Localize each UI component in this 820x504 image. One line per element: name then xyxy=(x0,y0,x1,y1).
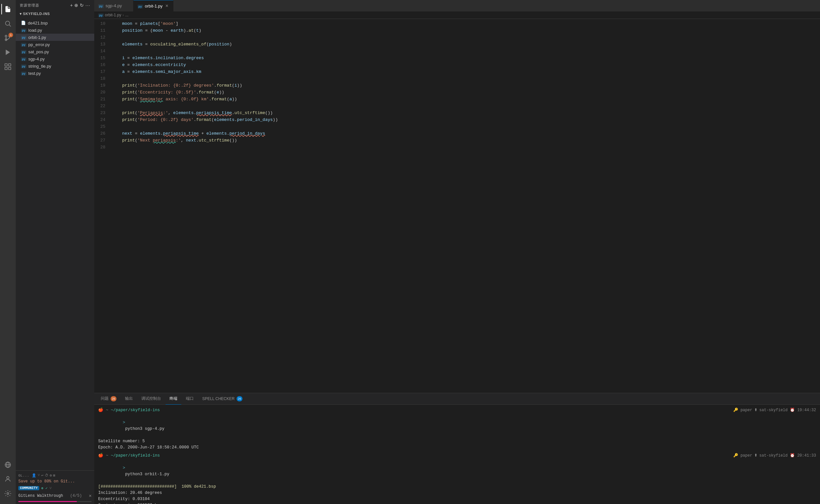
line-13: elements = osculating_elements_of(positi… xyxy=(111,41,820,48)
output-label: 输出 xyxy=(125,396,133,401)
line-28 xyxy=(111,144,820,151)
line-20: print('Eccentricity: {0:.5f}'.format(e)) xyxy=(111,89,820,96)
branch-icon[interactable]: ⑂ xyxy=(38,473,40,478)
file-string-tle[interactable]: py string_tle.py xyxy=(16,62,94,70)
svg-rect-8 xyxy=(5,67,7,70)
remote-icon[interactable] xyxy=(1,458,14,471)
panel-tab-output[interactable]: 输出 xyxy=(121,393,137,405)
sidebar-header-icons: + ⊕ ↻ ··· xyxy=(70,3,90,8)
run-icon[interactable] xyxy=(1,46,14,59)
file-sgp4[interactable]: py sgp-4.py xyxy=(16,55,94,62)
project-name[interactable]: ▾ SKYFIELD-INS xyxy=(16,10,94,19)
extensions-icon[interactable] xyxy=(1,60,14,73)
file-orbit1[interactable]: py orbit-1.py xyxy=(16,34,94,41)
term-session-2-header: 🍎 ~ ~/paper/skyfield-ins 🔑 paper ⚰ sat-s… xyxy=(98,453,816,459)
walkthrough-close[interactable]: ✕ xyxy=(89,493,92,498)
term-prompt-1: 🍎 ~ ~/paper/skyfield-ins xyxy=(98,407,160,413)
debug-label: 调试控制台 xyxy=(141,396,161,401)
gitlens-header[interactable]: GL... 👤 ⑂ ↩ ⏱ ⚙ ⊞ xyxy=(18,473,92,478)
more-icon[interactable]: ··· xyxy=(85,3,90,8)
refresh-icon[interactable]: ↻ xyxy=(80,3,84,8)
progress-bar xyxy=(18,501,77,502)
svg-point-0 xyxy=(6,21,10,25)
tab-orbit1[interactable]: py orbit-1.py ✕ xyxy=(133,0,173,11)
spellchecker-label: SPELL CHECKER xyxy=(202,396,235,401)
panel-tabs: 问题 26 输出 调试控制台 终端 端口 SPELL CHECKER 26 xyxy=(94,393,820,405)
panel-tab-debug[interactable]: 调试控制台 xyxy=(137,393,165,405)
file-pp-error[interactable]: py pp_error.py xyxy=(16,41,94,48)
term-out-2b: Inclination: 20.46 degrees xyxy=(98,490,816,496)
file-test[interactable]: py test.py xyxy=(16,70,94,77)
line-24: print('Period: {0:.2f} days'.format(elem… xyxy=(111,116,820,123)
tab-sgp4-pyicon: py xyxy=(98,3,104,8)
svg-point-11 xyxy=(7,477,9,479)
activity-bar: 1 xyxy=(0,0,16,504)
new-file-icon[interactable]: + xyxy=(70,3,73,8)
main-editor: py sgp-4.py py orbit-1.py ✕ py orbit-1.p… xyxy=(94,0,820,504)
term-out-2c: Eccentricity: 0.03104 xyxy=(98,496,816,502)
breadcrumb-file[interactable]: orbit-1.py xyxy=(105,13,121,17)
line-21: print('Semimajor axis: {0:.0f} km'.forma… xyxy=(111,96,820,103)
layout-icon[interactable]: ⊞ xyxy=(53,473,55,478)
tab-orbit1-close[interactable]: ✕ xyxy=(164,3,169,8)
panel-tab-ports[interactable]: 端口 xyxy=(182,393,197,405)
gitlens-community-row: COMMUNITY ⊕ ✓ ⑂ xyxy=(18,485,92,492)
walkthrough-title: GitLens Walkthrough xyxy=(18,494,63,498)
gitlens-save-text[interactable]: Save up to 80% on Git... xyxy=(18,478,92,485)
term-path-2: ~/paper/skyfield-ins xyxy=(111,453,160,458)
gitlens-icons: 👤 ⑂ ↩ ⏱ ⚙ ⊞ xyxy=(32,473,55,478)
file-sat-pos[interactable]: py sat_pos.py xyxy=(16,48,94,55)
terminal-content[interactable]: 🍎 ~ ~/paper/skyfield-ins 🔑 paper ⚰ sat-s… xyxy=(94,405,820,504)
panel-tab-terminal[interactable]: 终端 xyxy=(165,393,181,405)
python-icon-2: py xyxy=(21,35,26,40)
terminal-label: 终端 xyxy=(169,396,177,401)
panel-tab-problems[interactable]: 问题 26 xyxy=(97,393,120,405)
python-icon-4: py xyxy=(21,49,26,54)
svg-line-1 xyxy=(9,25,11,26)
term-cmd-2: > python3 orbit-1.py xyxy=(98,459,816,484)
svg-rect-7 xyxy=(9,64,11,66)
line-11: position = (moon - earth).at(t) xyxy=(111,27,820,34)
breadcrumb-sep: › xyxy=(123,13,124,17)
fork-icon: ⑂ xyxy=(49,486,52,490)
history-icon[interactable]: ⏱ xyxy=(45,473,48,478)
file-load[interactable]: py load.py xyxy=(16,26,94,34)
account-icon[interactable] xyxy=(1,473,14,486)
code-editor[interactable]: 10 11 12 13 14 15 16 17 18 19 20 21 22 2… xyxy=(94,19,820,393)
line-16: e = elements.eccentricity xyxy=(111,61,820,68)
gitlens-panel: GL... 👤 ⑂ ↩ ⏱ ⚙ ⊞ Save up to 80% on Git.… xyxy=(16,470,94,504)
files-icon[interactable] xyxy=(1,3,14,16)
walkthrough-progress: (4/5) xyxy=(70,494,82,498)
file-de421[interactable]: 📄 de421.bsp xyxy=(16,19,94,26)
line-15: i = elements.inclination.degrees xyxy=(111,55,820,61)
line-25 xyxy=(111,123,820,130)
source-control-icon[interactable]: 1 xyxy=(1,31,14,44)
tab-bar: py sgp-4.py py orbit-1.py ✕ xyxy=(94,0,820,11)
breadcrumb: py orbit-1.py › ... xyxy=(94,11,820,19)
ports-label: 端口 xyxy=(186,396,194,401)
term-out-2a: [##############################] 100% de… xyxy=(98,484,816,490)
tab-sgp4[interactable]: py sgp-4.py xyxy=(94,0,133,11)
line-22 xyxy=(111,103,820,109)
term-session-1-header: 🍎 ~ ~/paper/skyfield-ins 🔑 paper ⚰ sat-s… xyxy=(98,407,816,413)
term-prompt-2: 🍎 ~ ~/paper/skyfield-ins xyxy=(98,453,160,459)
new-folder-icon[interactable]: ⊕ xyxy=(74,3,78,8)
gitlens-label: GL... xyxy=(18,474,29,478)
tab-orbit1-label: orbit-1.py xyxy=(145,4,162,8)
term-out-1b: Epoch: A.D. 2000-Jun-27 18:50:24.0000 UT… xyxy=(98,445,816,451)
panel: 问题 26 输出 调试控制台 终端 端口 SPELL CHECKER 26 xyxy=(94,393,820,504)
term-path-1: ~/paper/skyfield-ins xyxy=(111,408,160,412)
panel-tab-spellchecker[interactable]: SPELL CHECKER 26 xyxy=(198,393,247,405)
settings-small-icon[interactable]: ⚙ xyxy=(50,473,52,478)
person-icon[interactable]: 👤 xyxy=(32,473,36,478)
search-icon[interactable] xyxy=(1,17,14,30)
settings-icon[interactable] xyxy=(1,487,14,500)
breadcrumb-section[interactable]: ... xyxy=(125,13,128,17)
spellchecker-badge: 26 xyxy=(237,396,243,401)
line-27: print('Next periapsis:', next.utc_strfti… xyxy=(111,137,820,144)
undo-icon[interactable]: ↩ xyxy=(41,473,43,478)
gitlens-walkthrough[interactable]: GitLens Walkthrough (4/5) ✕ xyxy=(18,492,92,500)
file-tree: 📄 de421.bsp py load.py py orbit-1.py py … xyxy=(16,19,94,470)
line-26: next = elements.periapsis_time + element… xyxy=(111,130,820,137)
sidebar: 资源管理器 + ⊕ ↻ ··· ▾ SKYFIELD-INS 📄 de421.b… xyxy=(16,0,94,504)
